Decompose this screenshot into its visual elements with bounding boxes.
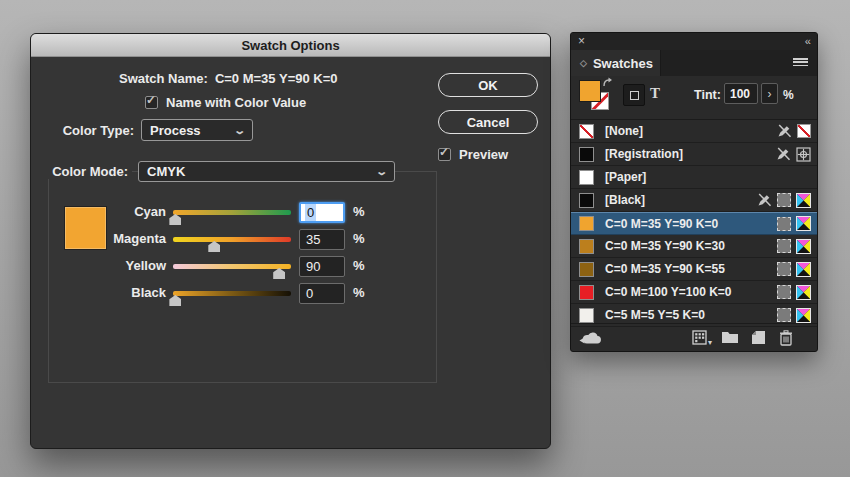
- magenta-slider[interactable]: [173, 227, 291, 254]
- color-mode-value: CMYK: [147, 164, 185, 179]
- black-slider-thumb[interactable]: [169, 295, 181, 306]
- swatch-row-selected[interactable]: C=0 M=35 Y=90 K=0: [571, 212, 817, 235]
- tint-dropdown-chevron-icon[interactable]: ›: [761, 83, 778, 104]
- cyan-slider-thumb[interactable]: [169, 214, 181, 225]
- process-color-icon: [777, 262, 791, 276]
- cancel-button[interactable]: Cancel: [438, 110, 538, 134]
- cmyk-mode-icon: [796, 239, 811, 254]
- new-color-group-folder-icon[interactable]: [721, 330, 739, 344]
- color-type-dropdown[interactable]: Process ⌄: [141, 119, 253, 141]
- fill-stroke-proxy[interactable]: [579, 80, 615, 114]
- new-swatch-icon[interactable]: [751, 330, 766, 345]
- swatch-name: C=5 M=5 Y=5 K=0: [605, 308, 705, 322]
- swatch-row-black[interactable]: [Black]: [571, 189, 817, 212]
- color-mode-label: Color Mode:: [31, 164, 132, 179]
- swatches-panel: × ‹‹ ◇ Swatches T Tint: 100 › %: [570, 32, 818, 352]
- tab-swatches[interactable]: ◇ Swatches: [571, 50, 661, 76]
- magenta-track[interactable]: [173, 237, 291, 242]
- trash-icon[interactable]: [779, 330, 793, 346]
- black-track[interactable]: [173, 291, 291, 296]
- panel-menu-icon[interactable]: [793, 58, 808, 68]
- registration-icon: [796, 147, 811, 162]
- yellow-slider[interactable]: [173, 254, 291, 281]
- yellow-value-input[interactable]: 90: [299, 256, 345, 277]
- black-label: Black: [31, 285, 166, 300]
- preview-checkbox[interactable]: ✓: [438, 148, 451, 161]
- yellow-label: Yellow: [31, 258, 166, 273]
- no-edit-pencil-icon: [757, 193, 772, 207]
- panel-header-strip: × ‹‹: [571, 33, 817, 50]
- process-color-icon: [777, 239, 791, 253]
- yellow-unit: %: [353, 258, 365, 273]
- black-value-input[interactable]: 0: [299, 283, 345, 304]
- panel-cycle-icon: ◇: [580, 58, 587, 68]
- swatch-row[interactable]: C=0 M=100 Y=100 K=0: [571, 281, 817, 304]
- tint-unit: %: [783, 88, 794, 102]
- cmyk-mode-icon: [796, 262, 811, 277]
- magenta-unit: %: [353, 231, 365, 246]
- swap-fill-stroke-icon[interactable]: [602, 77, 613, 88]
- desktop: Swatch Options Swatch Name: C=0 M=35 Y=9…: [0, 0, 850, 477]
- fill-proxy[interactable]: [579, 80, 601, 102]
- magenta-label: Magenta: [31, 231, 166, 246]
- panel-tab-bar: ◇ Swatches: [571, 50, 817, 76]
- swatch-name-label: Swatch Name:: [119, 71, 208, 86]
- swatch-name: C=0 M=35 Y=90 K=30: [605, 239, 725, 253]
- color-type-value: Process: [150, 123, 201, 138]
- color-mode-dropdown[interactable]: CMYK ⌄: [138, 161, 395, 182]
- tab-swatches-label: Swatches: [593, 56, 653, 71]
- panel-bottom-bar: ▾: [571, 323, 817, 351]
- color-type-label: Color Type:: [31, 123, 134, 138]
- swatch-row-none[interactable]: [None]: [571, 120, 817, 143]
- swatch-row[interactable]: C=0 M=35 Y=90 K=30: [571, 235, 817, 258]
- tint-value-input[interactable]: 100: [724, 83, 758, 104]
- swatch-row-paper[interactable]: [Paper]: [571, 166, 817, 189]
- dialog-titlebar[interactable]: Swatch Options: [31, 34, 550, 57]
- black-slider-row: Black 0 %: [31, 281, 431, 308]
- collapse-panel-icon[interactable]: ‹‹: [805, 34, 810, 48]
- tint-label: Tint:: [694, 88, 721, 102]
- preview-label: Preview: [459, 147, 508, 162]
- swatch-chip: [579, 308, 594, 323]
- magenta-value-input[interactable]: 35: [299, 229, 345, 250]
- yellow-slider-thumb[interactable]: [273, 268, 285, 279]
- cyan-value-input[interactable]: 0: [299, 202, 345, 223]
- swatch-chip: [579, 262, 594, 277]
- ok-button[interactable]: OK: [438, 73, 538, 97]
- swatch-chip: [579, 239, 594, 254]
- name-with-color-value-label: Name with Color Value: [166, 95, 306, 110]
- dialog-title: Swatch Options: [241, 38, 339, 53]
- swatch-chip-none: [579, 124, 594, 139]
- process-color-icon: [777, 217, 791, 231]
- preview-row: ✓ Preview: [438, 147, 508, 162]
- caret-down-icon: ▾: [708, 338, 712, 347]
- panel-controls-row: T Tint: 100 › %: [571, 76, 817, 119]
- black-slider[interactable]: [173, 281, 291, 308]
- cc-library-cloud-icon[interactable]: [579, 330, 602, 345]
- formatting-affects-container-button[interactable]: [623, 84, 645, 106]
- yellow-slider-row: Yellow 90 %: [31, 254, 431, 281]
- swatch-name-row: Swatch Name: C=0 M=35 Y=90 K=0: [119, 71, 338, 86]
- close-icon[interactable]: ×: [578, 34, 585, 48]
- process-color-icon: [777, 285, 791, 299]
- cyan-slider[interactable]: [173, 200, 291, 227]
- magenta-slider-thumb[interactable]: [208, 241, 220, 252]
- cmyk-mode-icon: [796, 193, 811, 208]
- check-icon: ✓: [146, 93, 156, 107]
- cyan-track[interactable]: [173, 210, 291, 215]
- no-edit-pencil-icon: [776, 147, 791, 161]
- yellow-track[interactable]: [173, 264, 291, 269]
- formatting-affects-text-button[interactable]: T: [650, 85, 660, 102]
- swatch-options-dialog: Swatch Options Swatch Name: C=0 M=35 Y=9…: [30, 33, 551, 449]
- swatch-row-registration[interactable]: [Registration]: [571, 143, 817, 166]
- name-with-color-value-checkbox[interactable]: ✓: [145, 96, 158, 109]
- black-unit: %: [353, 285, 365, 300]
- container-square-icon: [630, 91, 639, 100]
- cmyk-mode-icon: [796, 216, 811, 231]
- swatch-chip: [579, 147, 594, 162]
- swatch-list: [None] [Registration] [Paper]: [571, 119, 817, 327]
- swatch-views-icon[interactable]: [692, 330, 707, 345]
- no-edit-pencil-icon: [777, 124, 792, 138]
- cmyk-mode-icon: [796, 285, 811, 300]
- swatch-row[interactable]: C=0 M=35 Y=90 K=55: [571, 258, 817, 281]
